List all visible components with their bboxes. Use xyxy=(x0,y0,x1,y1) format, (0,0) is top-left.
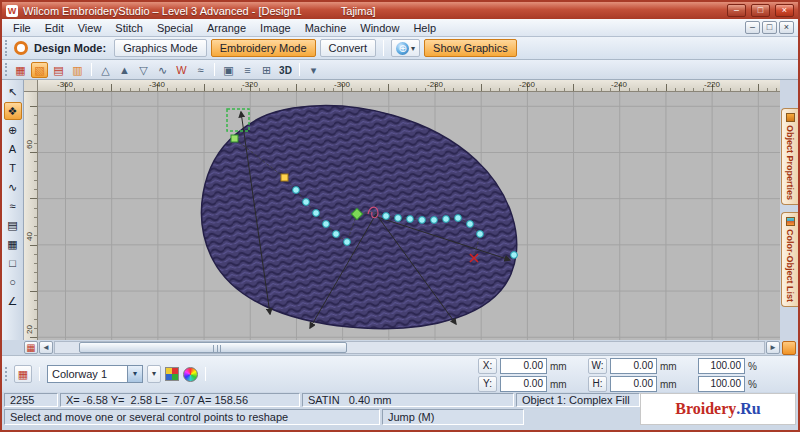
satin-tool[interactable]: ▤ xyxy=(4,216,22,234)
stitch-icon-3[interactable]: ▤ xyxy=(50,62,67,78)
palette-icon[interactable] xyxy=(165,367,179,381)
measure-tool[interactable]: ∠ xyxy=(4,292,22,310)
menu-special[interactable]: Special xyxy=(150,21,200,35)
convert-button[interactable]: Convert xyxy=(320,39,377,57)
horizontal-ruler: -360 -340 -320 -300 -280 -260 -240 -220 xyxy=(38,80,780,92)
y-unit: mm xyxy=(550,379,574,390)
selected-object-info: Object 1: Complex Fill xyxy=(516,393,640,407)
design-canvas[interactable] xyxy=(38,92,780,340)
horizontal-scrollbar: ▦ ◄ ► xyxy=(24,341,780,354)
colorway-menu-button[interactable]: ▾ xyxy=(147,365,161,383)
toolbar-grip[interactable] xyxy=(5,40,10,55)
color-object-list-icon xyxy=(786,217,795,226)
start-handle[interactable] xyxy=(231,135,238,142)
brand-part1: Broidery xyxy=(675,400,736,418)
monogram-tool[interactable]: T xyxy=(4,159,22,177)
close-button[interactable]: × xyxy=(775,4,794,17)
scrollbar-thumb[interactable] xyxy=(79,342,347,353)
mdi-restore-button[interactable]: □ xyxy=(762,21,777,34)
w-field[interactable]: 0.00 xyxy=(610,358,657,374)
x-label: X: xyxy=(478,358,497,374)
app-window: W Wilcom EmbroideryStudio – Level 3 Adva… xyxy=(0,0,800,432)
colorway-select[interactable]: Colorway 1 ▾ xyxy=(47,365,143,383)
shape-icon-2[interactable]: ▲ xyxy=(116,62,133,78)
menu-bar: File Edit View Stitch Special Arrange Im… xyxy=(2,19,798,37)
colorway-toolbar: ▦ Colorway 1 ▾ ▾ X: 0.00 mm W: 0.00 mm 1… xyxy=(2,355,798,392)
tab-object-properties[interactable]: Object Properties xyxy=(781,108,798,205)
rectangle-tool[interactable]: □ xyxy=(4,254,22,272)
scale-y-field[interactable]: 100.00 xyxy=(698,376,745,392)
lettering-tool[interactable]: A xyxy=(4,140,22,158)
y-field[interactable]: 0.00 xyxy=(500,376,547,392)
scroll-right-button[interactable]: ► xyxy=(766,341,780,354)
show-graphics-button[interactable]: Show Graphics xyxy=(424,39,517,57)
list-view-icon[interactable]: ≡ xyxy=(239,62,256,78)
run-stitch-icon[interactable]: ∿ xyxy=(154,62,171,78)
window-title-doc: Tajima] xyxy=(341,5,376,17)
mdi-close-button[interactable]: × xyxy=(779,21,794,34)
zoom-tool[interactable]: ⊕ xyxy=(4,121,22,139)
design-mode-label: Design Mode: xyxy=(34,42,106,54)
menu-window[interactable]: Window xyxy=(353,21,406,35)
graphics-mode-button[interactable]: Graphics Mode xyxy=(114,39,207,57)
scale-x-field[interactable]: 100.00 xyxy=(698,358,745,374)
chevron-down-icon: ▾ xyxy=(127,366,142,382)
run-tool[interactable]: ∿ xyxy=(4,178,22,196)
stitch-icon-2[interactable]: ▧ xyxy=(31,62,48,78)
shape-icon-3[interactable]: ▽ xyxy=(135,62,152,78)
minimize-button[interactable]: – xyxy=(727,4,746,17)
x-field[interactable]: 0.00 xyxy=(500,358,547,374)
h-label: H: xyxy=(588,376,607,392)
stitch-icon-4[interactable]: ▥ xyxy=(69,62,86,78)
h-field[interactable]: 0.00 xyxy=(610,376,657,392)
dropdown-icon[interactable]: ▾ xyxy=(305,62,322,78)
title-bar: W Wilcom EmbroideryStudio – Level 3 Adva… xyxy=(2,2,798,19)
zigzag-tool[interactable]: ≈ xyxy=(4,197,22,215)
color-wheel-icon[interactable] xyxy=(183,367,198,382)
w-label: W: xyxy=(588,358,607,374)
pointer-position: X= -6.58 Y= 2.58 L= 7.07 A= 158.56 xyxy=(60,393,300,407)
h-unit: mm xyxy=(660,379,684,390)
window-grid-icon[interactable]: ⊞ xyxy=(258,62,275,78)
tab-color-object-list[interactable]: Color-Object List xyxy=(781,212,798,307)
ellipse-tool[interactable]: ○ xyxy=(4,273,22,291)
toolbar-grip[interactable] xyxy=(5,367,10,381)
square-handle[interactable] xyxy=(281,174,288,181)
scale-x-unit: % xyxy=(748,361,772,372)
menu-image[interactable]: Image xyxy=(253,21,298,35)
menu-stitch[interactable]: Stitch xyxy=(108,21,150,35)
panel-toggle-button[interactable]: ▦ xyxy=(24,341,38,354)
menu-help[interactable]: Help xyxy=(406,21,443,35)
menu-view[interactable]: View xyxy=(71,21,109,35)
x-unit: mm xyxy=(550,361,574,372)
fill-tool[interactable]: ▦ xyxy=(4,235,22,253)
colorway-icon-button[interactable]: ▦ xyxy=(14,365,32,383)
brand-watermark: Broidery.Ru xyxy=(640,393,796,425)
wave-icon[interactable]: W xyxy=(173,62,190,78)
scrollbar-track[interactable] xyxy=(54,341,765,354)
hoop-select-button[interactable]: ⊕ ▾ xyxy=(391,39,420,57)
embroidery-mode-button[interactable]: Embroidery Mode xyxy=(211,39,316,57)
scroll-left-button[interactable]: ◄ xyxy=(39,341,53,354)
y-label: Y: xyxy=(478,376,497,392)
mdi-minimize-button[interactable]: – xyxy=(745,21,760,34)
stitch-icon-1[interactable]: ▦ xyxy=(12,62,29,78)
reshape-tool[interactable]: ❖ xyxy=(4,102,22,120)
maximize-button[interactable]: □ xyxy=(751,4,770,17)
window-title: Wilcom EmbroideryStudio – Level 3 Advanc… xyxy=(23,5,302,17)
zigzag-icon[interactable]: ≈ xyxy=(192,62,209,78)
toolbox: ↖ ❖ ⊕ A T ∿ ≈ ▤ ▦ □ ○ ∠ xyxy=(2,80,24,340)
stitch-type-info: SATIN 0.40 mm xyxy=(302,393,514,407)
menu-arrange[interactable]: Arrange xyxy=(200,21,253,35)
threed-view-button[interactable]: 3D xyxy=(277,62,294,78)
menu-machine[interactable]: Machine xyxy=(298,21,354,35)
shape-icon-1[interactable]: △ xyxy=(97,62,114,78)
select-tool[interactable]: ↖ xyxy=(4,83,22,101)
docked-panel-tabs: Object Properties Color-Object List xyxy=(780,80,798,340)
stitch-toolbar: ▦ ▧ ▤ ▥ △ ▲ ▽ ∿ W ≈ ▣ ≡ ⊞ 3D ▾ xyxy=(2,60,798,80)
menu-file[interactable]: File xyxy=(6,21,38,35)
toolbar-grip[interactable] xyxy=(5,63,10,76)
globe-icon: ⊕ xyxy=(396,42,409,55)
menu-edit[interactable]: Edit xyxy=(38,21,71,35)
grid-view-icon[interactable]: ▣ xyxy=(220,62,237,78)
